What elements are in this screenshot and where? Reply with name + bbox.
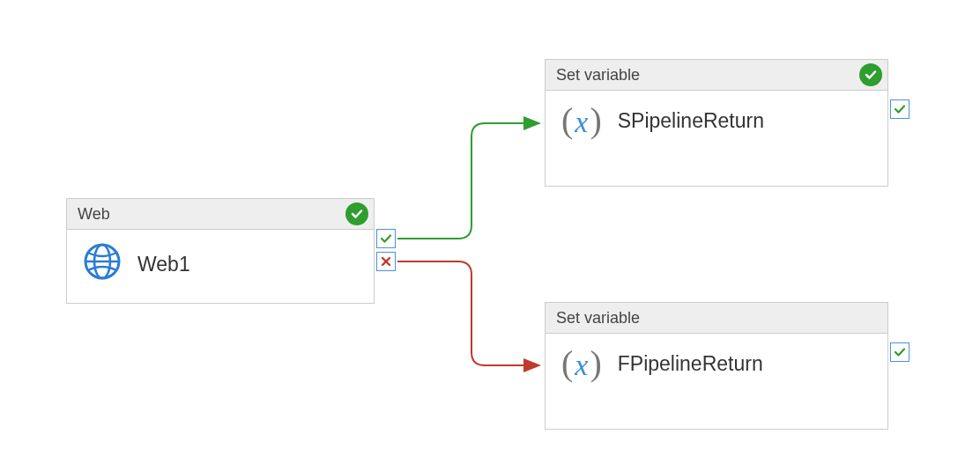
node-setvar-s-name: SPipelineReturn xyxy=(618,109,764,133)
node-web[interactable]: Web Web1 xyxy=(66,198,375,304)
node-setvar-s-type-label: Set variable xyxy=(556,66,640,85)
variable-icon: (x) xyxy=(561,103,602,138)
node-web-name: Web1 xyxy=(137,253,190,276)
node-setvar-f-type-label: Set variable xyxy=(556,309,640,327)
connector-failure[interactable] xyxy=(376,252,396,271)
node-setvar-f-name: FPipelineReturn xyxy=(618,352,763,376)
success-badge-icon xyxy=(859,63,882,86)
edge-failure xyxy=(397,261,539,365)
node-setvar-f-header: Set variable xyxy=(546,303,887,334)
node-setvar-s-body: (x) SPipelineReturn xyxy=(546,91,887,151)
node-web-body: Web1 xyxy=(67,230,374,298)
node-setvar-f-body: (x) FPipelineReturn xyxy=(546,334,887,394)
variable-icon: (x) xyxy=(561,346,602,381)
success-badge-icon xyxy=(345,202,368,225)
node-web-type-label: Web xyxy=(78,205,110,224)
edge-success xyxy=(397,123,539,239)
node-setvar-f[interactable]: Set variable (x) FPipelineReturn xyxy=(545,302,888,430)
node-setvar-s-header: Set variable xyxy=(546,60,887,91)
connector-success[interactable] xyxy=(890,342,909,362)
node-setvar-s[interactable]: Set variable (x) SPipelineReturn xyxy=(545,59,888,187)
node-web-header: Web xyxy=(67,199,374,230)
globe-icon xyxy=(83,242,122,286)
connector-success[interactable] xyxy=(890,99,909,119)
connector-success[interactable] xyxy=(376,229,396,248)
